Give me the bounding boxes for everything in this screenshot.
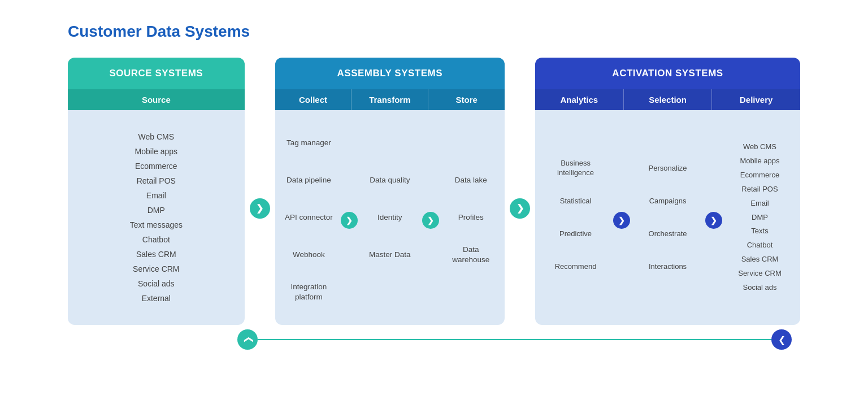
delivery-col: Web CMS Mobile apps Ecommerce Retail POS… [724,137,796,298]
assembly-panel: ASSEMBLY SYSTEMS Collect Transform Store… [275,58,505,325]
bottom-left-arrow[interactable]: ❮ [771,329,792,350]
collect-transform-arrow[interactable]: ❯ [341,212,358,229]
bottom-connector: ❯ ❮ [68,329,800,350]
list-item: Ecommerce [740,171,779,180]
diagram-container: SOURCE SYSTEMS Source Web CMS Mobile app… [68,58,800,325]
list-item: Social ads [138,279,175,288]
analytics-selection-arrow[interactable]: ❯ [613,212,630,229]
source-sub-col: Source [68,89,245,110]
list-item: Service CRM [133,264,179,273]
list-item: Web CMS [138,132,175,141]
selection-delivery-arrow[interactable]: ❯ [705,212,722,229]
list-item: Chatbot [142,235,170,244]
collect-col: Tag manager Data pipeline API connector … [280,127,338,308]
list-item: Identity [377,207,402,228]
list-item: Profiles [458,207,484,228]
assembly-activation-btn[interactable]: ❯ [510,198,530,219]
list-item: Retail POS [137,176,176,185]
list-item: Data pipeline [287,169,331,191]
analytics-col: Business intelligence Statistical Predic… [540,152,611,283]
list-item: Tag manager [287,132,331,154]
list-item: Master Data [369,244,411,266]
list-item: Text messages [130,220,183,229]
list-item: Data lake [455,169,487,191]
list-item: Integration platform [282,281,336,303]
analytics-selection-arrow-col: ❯ [611,206,632,229]
selection-delivery-arrow-col: ❯ [704,206,724,229]
list-item: Texts [751,227,768,236]
list-item: Chatbot [747,241,773,250]
list-item: Data warehouse [444,244,498,266]
activation-sub-delivery: Delivery [712,89,800,110]
list-item: Recommend [555,256,597,277]
list-item: DMP [147,206,165,215]
list-item: DMP [752,213,768,223]
list-item: Interactions [649,256,687,277]
activation-body: Business intelligence Statistical Predic… [535,110,800,325]
assembly-body: Tag manager Data pipeline API connector … [275,110,505,325]
source-panel: SOURCE SYSTEMS Source Web CMS Mobile app… [68,58,245,325]
list-item: Campaigns [649,190,687,212]
list-item: Predictive [559,223,592,245]
list-item: Social ads [743,283,777,293]
list-item: Statistical [560,190,592,212]
list-item: Ecommerce [135,162,177,171]
transform-col: Data quality Identity Master Data [361,127,419,308]
list-item: Webhook [293,244,325,266]
bottom-line [258,339,771,340]
list-item: Mobile apps [135,147,178,156]
list-item: External [142,294,171,303]
list-item: Business intelligence [542,158,609,179]
list-item: Orchestrate [649,223,687,245]
collect-transform-arrow-col: ❯ [338,206,361,229]
assembly-header: ASSEMBLY SYSTEMS [275,58,505,89]
assembly-sub-store: Store [428,89,505,110]
transform-store-arrow[interactable]: ❯ [422,212,439,229]
list-item: Sales CRM [136,250,176,259]
list-item: Email [146,191,166,200]
list-item: Web CMS [743,142,776,152]
activation-header: ACTIVATION SYSTEMS [535,58,800,89]
transform-store-arrow-col: ❯ [419,206,442,229]
source-col: Web CMS Mobile apps Ecommerce Retail POS… [72,119,240,316]
source-subheader: Source [68,89,245,110]
source-to-assembly-arrow: ❯ [245,92,275,325]
list-item: Personalize [649,158,687,179]
list-item: Email [750,199,769,208]
store-col: Data lake Profiles Data warehouse [442,127,500,308]
assembly-sub-transform: Transform [351,89,428,110]
bottom-up-arrow[interactable]: ❯ [237,329,258,350]
activation-subheader: Analytics Selection Delivery [535,89,800,110]
activation-panel: ACTIVATION SYSTEMS Analytics Selection D… [535,58,800,325]
source-assembly-btn[interactable]: ❯ [250,198,270,219]
list-item: Mobile apps [740,156,779,166]
activation-sub-selection: Selection [624,89,713,110]
assembly-subheader: Collect Transform Store [275,89,505,110]
activation-body-row: Business intelligence Statistical Predic… [540,119,796,316]
source-body: Web CMS Mobile apps Ecommerce Retail POS… [68,110,245,325]
assembly-body-row: Tag manager Data pipeline API connector … [280,119,500,316]
page-container: Customer Data Systems SOURCE SYSTEMS Sou… [0,0,868,384]
selection-col: Personalize Campaigns Orchestrate Intera… [632,152,704,283]
list-item: Data quality [370,169,410,191]
list-item: API connector [285,207,333,228]
assembly-to-activation-arrow: ❯ [505,92,535,325]
list-item: Retail POS [741,185,778,194]
list-item: Service CRM [738,269,782,279]
activation-sub-analytics: Analytics [535,89,624,110]
assembly-sub-collect: Collect [275,89,352,110]
source-header: SOURCE SYSTEMS [68,58,245,89]
list-item: Sales CRM [741,255,779,264]
page-title: Customer Data Systems [68,23,800,41]
